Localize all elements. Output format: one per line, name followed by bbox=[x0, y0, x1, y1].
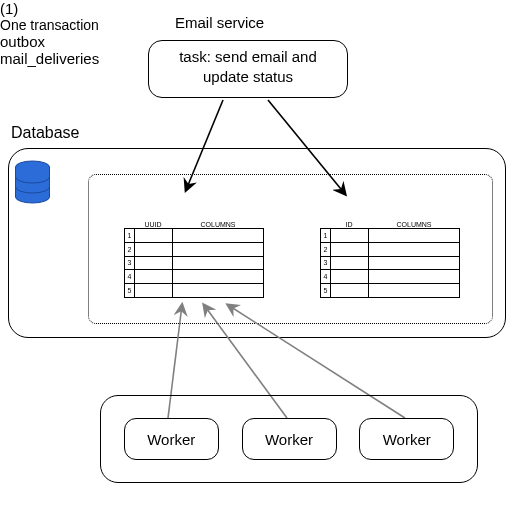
row-number: 4 bbox=[125, 270, 135, 284]
outbox-table: UUID COLUMNS 1 2 3 4 5 bbox=[124, 218, 264, 298]
outbox-id-column bbox=[135, 229, 173, 297]
row-number: 3 bbox=[125, 257, 135, 271]
row-number: 5 bbox=[321, 284, 331, 297]
database-icon bbox=[14, 160, 51, 204]
maildeliv-data-column bbox=[369, 229, 459, 297]
worker-box: Worker bbox=[359, 418, 454, 460]
outbox-cols-header: COLUMNS bbox=[172, 221, 264, 228]
row-number: 5 bbox=[125, 284, 135, 297]
row-number: 1 bbox=[125, 229, 135, 243]
maildeliv-id-header: ID bbox=[330, 221, 368, 228]
row-number: 3 bbox=[321, 257, 331, 271]
maildeliv-id-column bbox=[331, 229, 369, 297]
worker-label: Worker bbox=[383, 431, 431, 448]
row-number: 4 bbox=[321, 270, 331, 284]
maildeliv-rownums: 1 2 3 4 5 bbox=[321, 229, 331, 297]
worker-box: Worker bbox=[124, 418, 219, 460]
database-label: Database bbox=[11, 124, 80, 142]
workers-container: Worker Worker Worker bbox=[100, 395, 478, 483]
task-box: task: send email and update status bbox=[148, 40, 348, 98]
outbox-data-column bbox=[173, 229, 263, 297]
outbox-rownums: 1 2 3 4 5 bbox=[125, 229, 135, 297]
row-number: 2 bbox=[321, 243, 331, 257]
maildeliv-cols-header: COLUMNS bbox=[368, 221, 460, 228]
worker-box: Worker bbox=[242, 418, 337, 460]
task-line-2: update status bbox=[149, 67, 347, 87]
worker-label: Worker bbox=[147, 431, 195, 448]
outbox-id-header: UUID bbox=[134, 221, 172, 228]
task-line-1: task: send email and bbox=[149, 47, 347, 67]
row-number: 1 bbox=[321, 229, 331, 243]
diagram-title: Email service bbox=[175, 14, 264, 31]
worker-label: Worker bbox=[265, 431, 313, 448]
mail-deliveries-table: ID COLUMNS 1 2 3 4 5 bbox=[320, 218, 460, 298]
row-number: 2 bbox=[125, 243, 135, 257]
